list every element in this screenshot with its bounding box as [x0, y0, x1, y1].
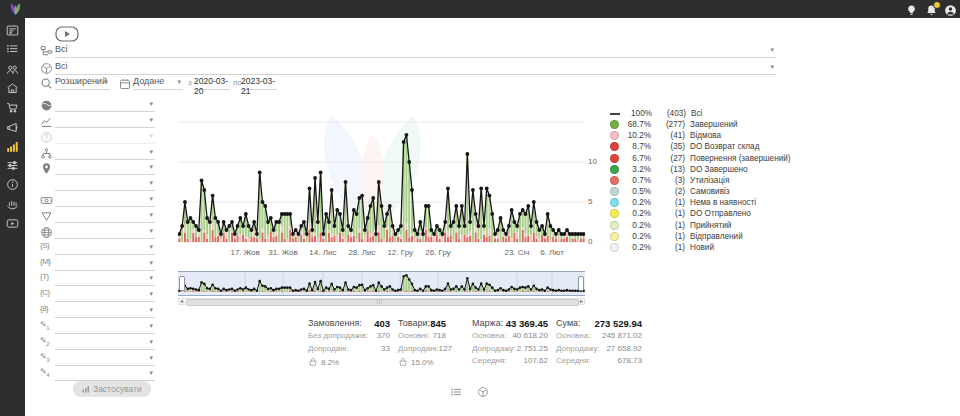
product-filter-dropdown[interactable]: Всі ▾	[55, 61, 776, 75]
bulb-icon[interactable]	[905, 3, 918, 16]
chevron-down-icon: ▾	[149, 211, 153, 219]
chevron-down-icon: ▾	[770, 46, 774, 54]
stat-column: Замовлення:403Без допродажів:370Допродан…	[308, 318, 390, 369]
side-filter-dropdown-15[interactable]: ▾	[55, 320, 155, 334]
bar-chart-icon	[82, 385, 90, 393]
legend-item[interactable]: 100%(403)Всі	[610, 108, 702, 119]
stat-row: Основна:245 871.02	[556, 331, 642, 344]
video-tutorial-icon[interactable]	[55, 26, 79, 42]
cube-icon	[40, 177, 53, 190]
date-field-dropdown[interactable]: Додане ▾	[133, 76, 183, 90]
legend-dot-marker	[610, 131, 619, 140]
legend-dot-marker	[610, 154, 619, 163]
product-filter-value: Всі	[55, 61, 68, 71]
legend-item[interactable]: 0.2%(1)Прийнятий	[610, 220, 731, 231]
legend-item[interactable]: 10.2%(41)Відмова	[610, 130, 721, 141]
legend-item[interactable]: 0.2%(1)Нема в наявності	[610, 197, 756, 208]
chart-navigator	[178, 271, 585, 296]
side-filter-dropdown-10[interactable]: ▾	[55, 241, 155, 255]
legend-item[interactable]: 6.7%(27)Повернення (завершений)	[610, 153, 791, 164]
person-icon[interactable]	[944, 3, 957, 16]
chevron-down-icon: ▾	[149, 322, 153, 330]
trend-icon	[40, 114, 53, 127]
stat-title: Товари:845	[398, 318, 446, 331]
side-filter-dropdown-3[interactable]: ▾	[55, 130, 155, 144]
side-filter-dropdown-16[interactable]: ▾	[55, 336, 155, 350]
side-filter-dropdown-12[interactable]: ▾	[55, 272, 155, 286]
scrollbar-thumb[interactable]: |||	[186, 299, 579, 306]
side-filter-dropdown-17[interactable]: ▾	[55, 352, 155, 366]
chevron-down-icon: ▾	[149, 116, 153, 124]
side-filter-dropdown-6[interactable]: ▾	[55, 177, 155, 191]
chevron-down-icon: ▾	[149, 100, 153, 108]
sidebar-item-store[interactable]	[6, 81, 19, 94]
date-from-input[interactable]: 2020-03-20	[194, 76, 230, 90]
x-tick-label: 6. Лют	[530, 248, 574, 257]
chevron-down-icon: ▾	[770, 63, 774, 71]
sidebar-item-marketing[interactable]	[6, 120, 19, 133]
legend-dot-marker	[610, 165, 619, 174]
sidebar-item-settings[interactable]	[6, 158, 19, 171]
sidebar-item-info[interactable]	[6, 177, 19, 190]
side-filter-dropdown-14[interactable]: ▾	[55, 304, 155, 318]
chart-scrollbar[interactable]: ◂ ||| ▸	[178, 298, 585, 305]
status-flow-icon	[40, 44, 53, 57]
app-logo	[8, 2, 23, 16]
stat-column: Маржа:43 369.45Основна:40 618.20Допродаж…	[472, 318, 548, 369]
stat-column: Товари:845Основні:718Допродані:12715.0%	[398, 318, 446, 369]
status-filter-dropdown[interactable]: Всі ▾	[55, 44, 776, 58]
sidebar-item-partners[interactable]	[6, 197, 19, 210]
side-filter-dropdown-5[interactable]: ▾	[55, 161, 155, 175]
side-filter-dropdown-7[interactable]: ▾	[55, 193, 155, 207]
legend-dot-marker	[610, 198, 619, 207]
stat-title: Замовлення:403	[308, 318, 390, 331]
apply-button[interactable]: Застосувати	[73, 381, 151, 397]
sidebar-item-statistics[interactable]	[6, 139, 19, 152]
legend-item[interactable]: 0.2%(1)Новий	[610, 242, 714, 253]
navigator-left-handle[interactable]	[179, 276, 185, 291]
globe-icon	[40, 98, 53, 111]
cube-view-icon[interactable]	[477, 384, 489, 396]
navigator-right-handle[interactable]	[578, 276, 584, 291]
chevron-down-icon: ▾	[149, 227, 153, 235]
legend-dot-marker	[610, 243, 619, 252]
side-filter-dropdown-8[interactable]: ▾	[55, 209, 155, 223]
legend-dot-marker	[610, 221, 619, 230]
side-filter-dropdown-1[interactable]: ▾	[55, 98, 155, 112]
chevron-down-icon: ▾	[177, 78, 181, 86]
side-filter-dropdown-4[interactable]: ▾	[55, 146, 155, 160]
globe-grid-icon	[40, 225, 53, 238]
stat-upsell-badge: 8.2%	[308, 356, 390, 369]
cube-icon	[40, 61, 53, 74]
banknote-icon	[40, 193, 53, 206]
side-filter-dropdown-11[interactable]: ▾	[55, 257, 155, 271]
list-view-icon[interactable]	[450, 384, 462, 396]
scroll-right-icon[interactable]: ▸	[580, 298, 583, 305]
side-filter-dropdown-18[interactable]: ▾	[55, 367, 155, 381]
side-filter-dropdown-13[interactable]: ▾	[55, 288, 155, 302]
legend-item[interactable]: 3.2%(13)DO Завершено	[610, 164, 748, 175]
sidebar-item-clients[interactable]	[6, 62, 19, 75]
side-filter-dropdown-2[interactable]: ▾	[55, 114, 155, 128]
search-mode-dropdown[interactable]: Розширений ▾	[55, 76, 110, 90]
sidebar-item-cart[interactable]	[6, 100, 19, 113]
brackets-c-icon: {C}	[40, 288, 53, 301]
legend-item[interactable]: 0.5%(2)Самовивіз	[610, 186, 730, 197]
sidebar-item-dashboard[interactable]	[6, 23, 19, 36]
basket-icon	[308, 357, 321, 369]
legend-item[interactable]: 0.2%(1)DO Отправлено	[610, 208, 751, 219]
sidebar-item-orders[interactable]	[6, 42, 19, 55]
basket-icon	[398, 357, 411, 369]
app-root: Всі ▾ Всі ▾ Розширений ▾ Додане ▾ з 2020…	[0, 0, 960, 416]
legend-item[interactable]: 8.7%(35)DO Возврат склад	[610, 141, 759, 152]
legend-dot-marker	[610, 176, 619, 185]
date-to-input[interactable]: 2023-03-21	[241, 76, 277, 90]
legend-item[interactable]: 68.7%(277)Завершений	[610, 119, 738, 130]
sidebar-item-video[interactable]	[6, 216, 19, 229]
scroll-left-icon[interactable]: ◂	[180, 298, 183, 305]
side-filter-dropdown-9[interactable]: ▾	[55, 225, 155, 239]
y-tick-label: 10	[588, 157, 604, 166]
stat-title: Сума:273 529.94	[556, 318, 642, 331]
legend-item[interactable]: 0.7%(3)Утилізація	[610, 175, 729, 186]
legend-item[interactable]: 0.2%(1)Відправлений	[610, 231, 743, 242]
